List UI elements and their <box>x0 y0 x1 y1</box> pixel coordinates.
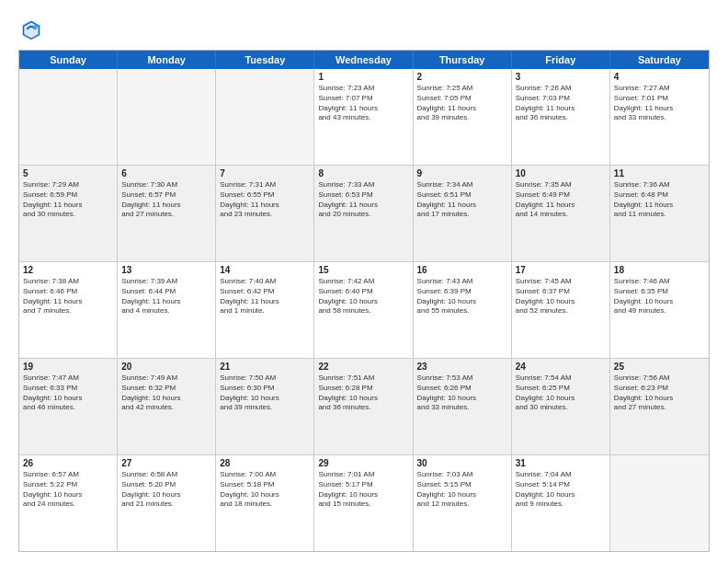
calendar-cell: 2Sunrise: 7:25 AM Sunset: 7:05 PM Daylig… <box>414 69 512 165</box>
day-number: 19 <box>23 362 113 372</box>
calendar-cell: 5Sunrise: 7:29 AM Sunset: 6:59 PM Daylig… <box>19 166 118 261</box>
day-number: 16 <box>417 265 507 275</box>
calendar-cell: 11Sunrise: 7:36 AM Sunset: 6:48 PM Dayli… <box>610 166 709 261</box>
day-number: 3 <box>516 72 606 82</box>
calendar-cell: 15Sunrise: 7:42 AM Sunset: 6:40 PM Dayli… <box>314 262 413 358</box>
cell-info: Sunrise: 7:36 AM Sunset: 6:48 PM Dayligh… <box>614 180 705 220</box>
calendar-cell: 9Sunrise: 7:34 AM Sunset: 6:51 PM Daylig… <box>414 166 512 261</box>
calendar-cell: 27Sunrise: 6:58 AM Sunset: 5:20 PM Dayli… <box>118 455 216 551</box>
cell-info: Sunrise: 7:53 AM Sunset: 6:26 PM Dayligh… <box>417 373 507 413</box>
calendar-cell: 28Sunrise: 7:00 AM Sunset: 5:18 PM Dayli… <box>216 455 314 551</box>
day-number: 27 <box>121 458 211 468</box>
day-number: 18 <box>614 265 705 275</box>
day-number: 1 <box>318 72 408 82</box>
day-number: 14 <box>220 265 310 275</box>
calendar-cell: 18Sunrise: 7:46 AM Sunset: 6:35 PM Dayli… <box>610 262 709 358</box>
calendar-cell: 13Sunrise: 7:39 AM Sunset: 6:44 PM Dayli… <box>118 262 216 358</box>
cell-info: Sunrise: 6:58 AM Sunset: 5:20 PM Dayligh… <box>121 470 211 510</box>
day-number: 28 <box>220 458 310 468</box>
cell-info: Sunrise: 7:47 AM Sunset: 6:33 PM Dayligh… <box>23 373 113 413</box>
logo-icon <box>18 17 44 42</box>
day-number: 31 <box>516 458 606 468</box>
cell-info: Sunrise: 7:43 AM Sunset: 6:39 PM Dayligh… <box>417 277 507 316</box>
day-number: 13 <box>121 265 211 275</box>
cell-info: Sunrise: 7:00 AM Sunset: 5:18 PM Dayligh… <box>220 470 310 510</box>
header <box>18 17 710 42</box>
calendar-row-4: 26Sunrise: 6:57 AM Sunset: 5:22 PM Dayli… <box>19 454 709 551</box>
day-number: 10 <box>516 168 606 178</box>
day-number: 29 <box>318 458 408 468</box>
cell-info: Sunrise: 7:38 AM Sunset: 6:46 PM Dayligh… <box>23 277 113 316</box>
day-number: 25 <box>614 362 705 372</box>
calendar-row-0: 1Sunrise: 7:23 AM Sunset: 7:07 PM Daylig… <box>19 69 709 165</box>
calendar-cell: 26Sunrise: 6:57 AM Sunset: 5:22 PM Dayli… <box>19 455 118 551</box>
cell-info: Sunrise: 7:39 AM Sunset: 6:44 PM Dayligh… <box>121 277 211 316</box>
cell-info: Sunrise: 7:42 AM Sunset: 6:40 PM Dayligh… <box>318 277 408 316</box>
calendar-cell <box>216 69 314 165</box>
calendar-cell: 1Sunrise: 7:23 AM Sunset: 7:07 PM Daylig… <box>314 69 413 165</box>
cell-info: Sunrise: 7:49 AM Sunset: 6:32 PM Dayligh… <box>121 373 211 413</box>
cell-info: Sunrise: 7:23 AM Sunset: 7:07 PM Dayligh… <box>318 84 408 123</box>
calendar-cell: 17Sunrise: 7:45 AM Sunset: 6:37 PM Dayli… <box>512 262 610 358</box>
cell-info: Sunrise: 7:25 AM Sunset: 7:05 PM Dayligh… <box>417 84 507 123</box>
logo <box>18 17 48 42</box>
day-number: 7 <box>220 168 310 178</box>
cell-info: Sunrise: 7:34 AM Sunset: 6:51 PM Dayligh… <box>417 180 507 220</box>
calendar-cell: 3Sunrise: 7:26 AM Sunset: 7:03 PM Daylig… <box>512 69 610 165</box>
calendar-header: SundayMondayTuesdayWednesdayThursdayFrid… <box>19 51 709 69</box>
calendar-cell: 10Sunrise: 7:35 AM Sunset: 6:49 PM Dayli… <box>512 166 610 261</box>
cell-info: Sunrise: 7:54 AM Sunset: 6:25 PM Dayligh… <box>516 373 606 413</box>
cell-info: Sunrise: 7:30 AM Sunset: 6:57 PM Dayligh… <box>121 180 211 220</box>
calendar-cell: 4Sunrise: 7:27 AM Sunset: 7:01 PM Daylig… <box>610 69 709 165</box>
day-number: 23 <box>417 362 507 372</box>
cell-info: Sunrise: 7:35 AM Sunset: 6:49 PM Dayligh… <box>516 180 606 220</box>
svg-point-2 <box>33 25 38 29</box>
cell-info: Sunrise: 7:51 AM Sunset: 6:28 PM Dayligh… <box>318 373 408 413</box>
day-number: 17 <box>516 265 606 275</box>
calendar: SundayMondayTuesdayWednesdayThursdayFrid… <box>18 50 710 552</box>
calendar-cell: 22Sunrise: 7:51 AM Sunset: 6:28 PM Dayli… <box>314 359 413 454</box>
day-number: 24 <box>516 362 606 372</box>
calendar-cell: 23Sunrise: 7:53 AM Sunset: 6:26 PM Dayli… <box>414 359 512 454</box>
calendar-cell: 7Sunrise: 7:31 AM Sunset: 6:55 PM Daylig… <box>216 166 314 261</box>
calendar-body: 1Sunrise: 7:23 AM Sunset: 7:07 PM Daylig… <box>19 69 709 551</box>
cell-info: Sunrise: 7:04 AM Sunset: 5:14 PM Dayligh… <box>516 470 606 510</box>
cell-info: Sunrise: 7:26 AM Sunset: 7:03 PM Dayligh… <box>516 84 606 123</box>
day-number: 6 <box>121 168 211 178</box>
svg-marker-0 <box>22 20 41 40</box>
day-number: 9 <box>417 168 507 178</box>
day-number: 22 <box>318 362 408 372</box>
day-number: 2 <box>417 72 507 82</box>
calendar-cell: 31Sunrise: 7:04 AM Sunset: 5:14 PM Dayli… <box>512 455 610 551</box>
calendar-cell: 16Sunrise: 7:43 AM Sunset: 6:39 PM Dayli… <box>414 262 512 358</box>
calendar-cell <box>610 455 709 551</box>
day-number: 5 <box>23 168 113 178</box>
header-day-sunday: Sunday <box>19 51 118 69</box>
header-day-thursday: Thursday <box>414 51 512 69</box>
cell-info: Sunrise: 7:03 AM Sunset: 5:15 PM Dayligh… <box>417 470 507 510</box>
cell-info: Sunrise: 7:56 AM Sunset: 6:23 PM Dayligh… <box>614 373 705 413</box>
calendar-cell: 25Sunrise: 7:56 AM Sunset: 6:23 PM Dayli… <box>610 359 709 454</box>
day-number: 26 <box>23 458 113 468</box>
cell-info: Sunrise: 7:29 AM Sunset: 6:59 PM Dayligh… <box>23 180 113 220</box>
header-day-tuesday: Tuesday <box>216 51 314 69</box>
calendar-cell: 24Sunrise: 7:54 AM Sunset: 6:25 PM Dayli… <box>512 359 610 454</box>
calendar-cell: 8Sunrise: 7:33 AM Sunset: 6:53 PM Daylig… <box>314 166 413 261</box>
cell-info: Sunrise: 7:27 AM Sunset: 7:01 PM Dayligh… <box>614 84 705 123</box>
calendar-cell: 19Sunrise: 7:47 AM Sunset: 6:33 PM Dayli… <box>19 359 118 454</box>
day-number: 12 <box>23 265 113 275</box>
cell-info: Sunrise: 6:57 AM Sunset: 5:22 PM Dayligh… <box>23 470 113 510</box>
calendar-cell <box>118 69 216 165</box>
cell-info: Sunrise: 7:31 AM Sunset: 6:55 PM Dayligh… <box>220 180 310 220</box>
cell-info: Sunrise: 7:01 AM Sunset: 5:17 PM Dayligh… <box>318 470 408 510</box>
calendar-cell: 29Sunrise: 7:01 AM Sunset: 5:17 PM Dayli… <box>314 455 413 551</box>
day-number: 21 <box>220 362 310 372</box>
calendar-cell: 14Sunrise: 7:40 AM Sunset: 6:42 PM Dayli… <box>216 262 314 358</box>
cell-info: Sunrise: 7:46 AM Sunset: 6:35 PM Dayligh… <box>614 277 705 316</box>
day-number: 20 <box>121 362 211 372</box>
calendar-row-2: 12Sunrise: 7:38 AM Sunset: 6:46 PM Dayli… <box>19 261 709 358</box>
header-day-monday: Monday <box>118 51 216 69</box>
day-number: 8 <box>318 168 408 178</box>
cell-info: Sunrise: 7:33 AM Sunset: 6:53 PM Dayligh… <box>318 180 408 220</box>
header-day-friday: Friday <box>512 51 610 69</box>
